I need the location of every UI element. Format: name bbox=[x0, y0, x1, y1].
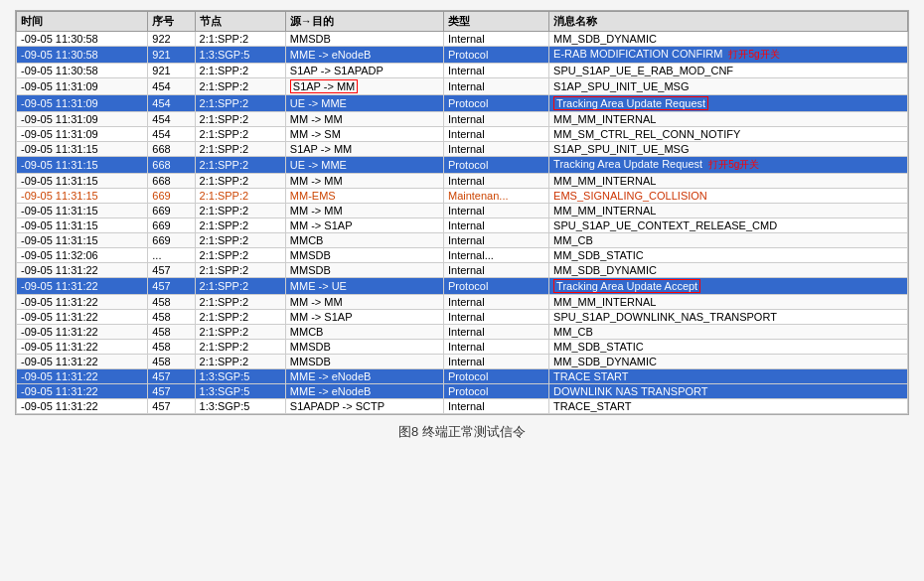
table-cell: Internal bbox=[443, 174, 548, 189]
table-row[interactable]: -09-05 11:31:224582:1:SPP:2MM -> S1APInt… bbox=[17, 310, 908, 325]
table-cell: -09-05 11:31:22 bbox=[17, 355, 148, 369]
column-header: 时间 bbox=[17, 12, 148, 32]
table-row[interactable]: -09-05 11:31:224582:1:SPP:2MMSDBInternal… bbox=[17, 340, 908, 355]
table-cell: Protocol bbox=[443, 369, 548, 384]
table-row[interactable]: -09-05 11:30:589211:3:SGP:5MME -> eNodeB… bbox=[17, 47, 908, 64]
table-cell: 2:1:SPP:2 bbox=[195, 32, 285, 47]
table-row[interactable]: -09-05 11:31:156692:1:SPP:2MM-EMSMainten… bbox=[17, 189, 908, 204]
table-row[interactable]: -09-05 11:31:156682:1:SPP:2S1AP -> MMInt… bbox=[17, 142, 908, 157]
table-cell: ... bbox=[148, 248, 195, 263]
table-row[interactable]: -09-05 11:31:094542:1:SPP:2UE -> MMEProt… bbox=[17, 95, 908, 112]
table-cell: 669 bbox=[148, 233, 195, 248]
table-cell: MM_CB bbox=[549, 325, 908, 340]
table-row[interactable]: -09-05 11:31:224572:1:SPP:2MMSDBInternal… bbox=[17, 263, 908, 278]
table-cell: MM -> S1AP bbox=[285, 218, 443, 233]
table-cell: S1APADP -> SCTP bbox=[285, 399, 443, 414]
table-cell: Internal bbox=[443, 310, 548, 325]
table-cell: -09-05 11:31:09 bbox=[17, 95, 148, 112]
table-cell: Internal bbox=[443, 204, 548, 218]
table-cell: MM_MM_INTERNAL bbox=[549, 174, 908, 189]
table-row[interactable]: -09-05 11:31:156692:1:SPP:2MM -> S1APInt… bbox=[17, 218, 908, 233]
table-cell: 668 bbox=[148, 174, 195, 189]
table-row[interactable]: -09-05 11:31:156692:1:SPP:2MMCBInternalM… bbox=[17, 233, 908, 248]
table-cell: -09-05 11:31:22 bbox=[17, 340, 148, 355]
table-cell: 2:1:SPP:2 bbox=[195, 112, 285, 127]
table-cell: -09-05 11:31:22 bbox=[17, 295, 148, 310]
table-cell: 454 bbox=[148, 78, 195, 95]
table-cell: Internal bbox=[443, 355, 548, 369]
table-cell: 454 bbox=[148, 112, 195, 127]
table-row[interactable]: -09-05 11:31:094542:1:SPP:2MM -> MMInter… bbox=[17, 112, 908, 127]
table-cell: 457 bbox=[148, 369, 195, 384]
table-row[interactable]: -09-05 11:31:224572:1:SPP:2MME -> UEProt… bbox=[17, 278, 908, 295]
table-cell: Internal bbox=[443, 78, 548, 95]
table-cell: UE -> MME bbox=[285, 157, 443, 174]
table-cell: 922 bbox=[148, 32, 195, 47]
table-cell: 454 bbox=[148, 95, 195, 112]
table-cell: MMSDB bbox=[285, 340, 443, 355]
table-cell: 2:1:SPP:2 bbox=[195, 278, 285, 295]
table-cell: MMCB bbox=[285, 233, 443, 248]
table-cell: -09-05 11:31:09 bbox=[17, 127, 148, 142]
table-cell: Protocol bbox=[443, 95, 548, 112]
table-cell: -09-05 11:31:15 bbox=[17, 233, 148, 248]
table-row[interactable]: -09-05 11:31:156682:1:SPP:2UE -> MMEProt… bbox=[17, 157, 908, 174]
table-row[interactable]: -09-05 11:30:589212:1:SPP:2S1AP -> S1APA… bbox=[17, 64, 908, 78]
table-cell: 2:1:SPP:2 bbox=[195, 157, 285, 174]
table-cell: -09-05 11:31:15 bbox=[17, 157, 148, 174]
table-cell: 668 bbox=[148, 157, 195, 174]
annotation-text: 打开5g开关 bbox=[728, 49, 779, 60]
table-row[interactable]: -09-05 11:31:224582:1:SPP:2MMSDBInternal… bbox=[17, 355, 908, 369]
table-cell: MMCB bbox=[285, 325, 443, 340]
table-row[interactable]: -09-05 11:31:156682:1:SPP:2MM -> MMInter… bbox=[17, 174, 908, 189]
table-cell: -09-05 11:31:22 bbox=[17, 369, 148, 384]
table-cell: -09-05 11:31:15 bbox=[17, 189, 148, 204]
table-cell: 458 bbox=[148, 325, 195, 340]
table-cell: 2:1:SPP:2 bbox=[195, 95, 285, 112]
table-row[interactable]: -09-05 11:30:589222:1:SPP:2MMSDBInternal… bbox=[17, 32, 908, 47]
table-cell: MM_MM_INTERNAL bbox=[549, 204, 908, 218]
table-cell: SPU_S1AP_UE_E_RAB_MOD_CNF bbox=[549, 64, 908, 78]
table-cell: Internal bbox=[443, 32, 548, 47]
table-cell: Protocol bbox=[443, 278, 548, 295]
table-cell: -09-05 11:31:22 bbox=[17, 325, 148, 340]
table-cell: SPU_S1AP_UE_CONTEXT_RELEASE_CMD bbox=[549, 218, 908, 233]
table-cell: S1AP -> MM bbox=[285, 78, 443, 95]
table-cell: 2:1:SPP:2 bbox=[195, 325, 285, 340]
table-cell: Internal bbox=[443, 127, 548, 142]
table-cell: S1AP -> S1APADP bbox=[285, 64, 443, 78]
table-cell: MM -> SM bbox=[285, 127, 443, 142]
table-row[interactable]: -09-05 11:31:224571:3:SGP:5MME -> eNodeB… bbox=[17, 384, 908, 399]
table-cell: 2:1:SPP:2 bbox=[195, 233, 285, 248]
table-cell: 1:3:SGP:5 bbox=[195, 399, 285, 414]
table-cell: Tracking Area Update Request bbox=[549, 95, 908, 112]
table-row[interactable]: -09-05 11:32:06...2:1:SPP:2MMSDBInternal… bbox=[17, 248, 908, 263]
table-row[interactable]: -09-05 11:31:224571:3:SGP:5S1APADP -> SC… bbox=[17, 399, 908, 414]
table-cell: -09-05 11:30:58 bbox=[17, 64, 148, 78]
table-cell: Internal bbox=[443, 399, 548, 414]
table-cell: 458 bbox=[148, 310, 195, 325]
table-row[interactable]: -09-05 11:31:094542:1:SPP:2MM -> SMInter… bbox=[17, 127, 908, 142]
table-cell: 2:1:SPP:2 bbox=[195, 142, 285, 157]
table-cell: MME -> eNodeB bbox=[285, 369, 443, 384]
table-cell: 454 bbox=[148, 127, 195, 142]
table-row[interactable]: -09-05 11:31:224582:1:SPP:2MMCBInternalM… bbox=[17, 325, 908, 340]
table-cell: Internal bbox=[443, 295, 548, 310]
table-cell: MM-EMS bbox=[285, 189, 443, 204]
table-cell: S1AP_SPU_INIT_UE_MSG bbox=[549, 142, 908, 157]
table-cell: 669 bbox=[148, 218, 195, 233]
table-row[interactable]: -09-05 11:31:224571:3:SGP:5MME -> eNodeB… bbox=[17, 369, 908, 384]
annotation-text: 打开5g开关 bbox=[708, 159, 759, 170]
table-row[interactable]: -09-05 11:31:224582:1:SPP:2MM -> MMInter… bbox=[17, 295, 908, 310]
table-row[interactable]: -09-05 11:31:094542:1:SPP:2S1AP -> MMInt… bbox=[17, 78, 908, 95]
table-cell: S1AP_SPU_INIT_UE_MSG bbox=[549, 78, 908, 95]
table-cell: -09-05 11:31:09 bbox=[17, 112, 148, 127]
table-cell: MM_SDB_DYNAMIC bbox=[549, 32, 908, 47]
table-cell: MM -> MM bbox=[285, 112, 443, 127]
table-cell: 1:3:SGP:5 bbox=[195, 369, 285, 384]
table-row[interactable]: -09-05 11:31:156692:1:SPP:2MM -> MMInter… bbox=[17, 204, 908, 218]
table-cell: 2:1:SPP:2 bbox=[195, 295, 285, 310]
table-cell: MM -> S1AP bbox=[285, 310, 443, 325]
table-cell: EMS_SIGNALING_COLLISION bbox=[549, 189, 908, 204]
table-cell: 668 bbox=[148, 142, 195, 157]
